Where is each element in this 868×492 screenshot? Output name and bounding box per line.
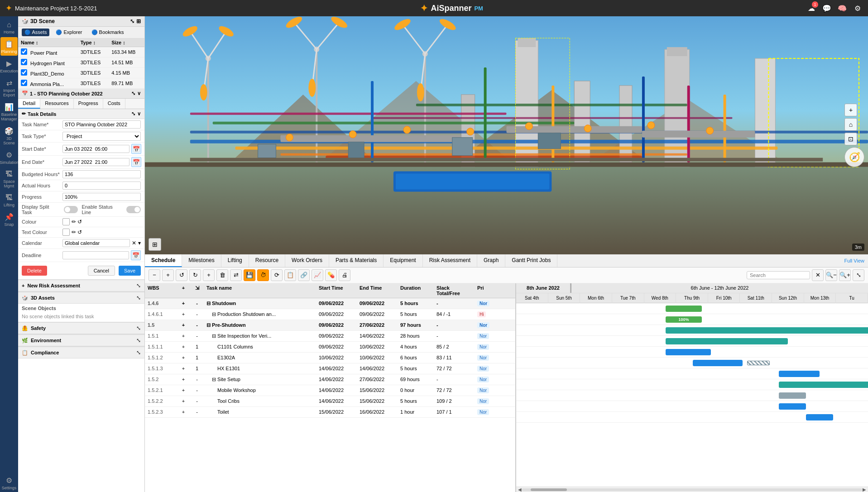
scene-expand-icon[interactable]: ⤡: [130, 18, 134, 24]
task-plus[interactable]: +: [177, 344, 190, 349]
gantt-tab-schedule[interactable]: Schedule: [145, 254, 182, 267]
compliance-header[interactable]: 📋 Compliance ⤡: [18, 347, 144, 358]
gt-pill-btn[interactable]: 💊: [325, 269, 337, 281]
safety-header[interactable]: 🦺 Safety ⤡: [18, 323, 144, 334]
enable-status-toggle[interactable]: [126, 206, 141, 213]
actual-hours-input[interactable]: [62, 182, 141, 190]
task-row[interactable]: 1.5 + - ⊟ Pre-Shutdown 09/06/2022 27/06/…: [145, 320, 515, 331]
gantt-tab-lifting[interactable]: Lifting: [221, 254, 249, 267]
task-type-select[interactable]: Project: [62, 132, 141, 141]
save-button[interactable]: Save: [119, 266, 141, 276]
task-row[interactable]: 1.5.2.2 + - Tool Cribs 14/06/2022 15/06/…: [145, 396, 515, 407]
budgeted-hours-input[interactable]: [62, 170, 141, 178]
gt-undo-btn[interactable]: ↺: [176, 269, 187, 281]
details-collapse-icon[interactable]: ∨: [137, 111, 141, 117]
sidebar-item-settings[interactable]: ⚙ Settings: [0, 473, 18, 492]
end-date-input[interactable]: [62, 158, 129, 166]
scrollbar-thumb[interactable]: [531, 488, 567, 491]
gt-zoom-out-btn[interactable]: 🔍−: [825, 269, 837, 281]
zoom-in-btn[interactable]: +: [844, 104, 857, 116]
gt-clear-search-btn[interactable]: ✕: [812, 269, 824, 281]
gt-redo-btn[interactable]: ↻: [189, 269, 201, 281]
start-date-input[interactable]: [62, 145, 129, 153]
task-tab-progress[interactable]: Progress: [74, 99, 103, 109]
scene-tab-bookmarks[interactable]: 🔵 Bookmarks: [89, 29, 127, 36]
scene-table-row[interactable]: Power Plant 3DTILES 163.34 MB: [18, 47, 144, 57]
sidebar-item-home[interactable]: ⌂ Home: [0, 18, 18, 36]
colour-swatch[interactable]: [62, 218, 70, 225]
calendar-input[interactable]: [62, 239, 130, 247]
colour-reset-icon[interactable]: ↺: [77, 219, 82, 225]
gantt-tab-graph[interactable]: Graph: [477, 254, 505, 267]
scene-row-checkbox[interactable]: [21, 69, 27, 76]
task-row[interactable]: 1.5.1 + - ⊟ Site Inspection for Veri... …: [145, 331, 515, 342]
gt-chain-btn[interactable]: 🔗: [298, 269, 310, 281]
task-row[interactable]: 1.5.1.3 + 1 HX E1301 14/06/2022 14/06/20…: [145, 363, 515, 374]
chat-icon[interactable]: 💬: [822, 3, 832, 13]
task-row[interactable]: 1.4.6.1 + - ⊟ Production Shutdown an... …: [145, 309, 515, 320]
deadline-input[interactable]: [62, 251, 129, 259]
scene-table-row[interactable]: Ammonia Pla... 3DTILES 89.71 MB: [18, 78, 144, 89]
task-row[interactable]: 1.5.1.1 + 1 C1101 Columns 09/06/2022 10/…: [145, 342, 515, 353]
gt-chart-btn[interactable]: 📈: [312, 269, 323, 281]
task-plus[interactable]: +: [177, 355, 190, 360]
calendar-clear-icon[interactable]: ✕: [132, 240, 136, 246]
delete-button[interactable]: Delete: [22, 266, 47, 276]
gt-add-task-btn[interactable]: +: [203, 269, 215, 281]
scrollbar-track[interactable]: [522, 488, 863, 491]
gt-indent-btn[interactable]: ⇄: [230, 269, 242, 281]
cancel-button[interactable]: Cancel: [88, 266, 115, 276]
task-maximize-icon[interactable]: ∨: [137, 91, 141, 96]
gt-plus-btn[interactable]: +: [162, 269, 174, 281]
task-tab-costs[interactable]: Costs: [103, 99, 125, 109]
scene-table-row[interactable]: Plant3D_Demo 3DTILES 4.15 MB: [18, 68, 144, 78]
calendar-dropdown-icon[interactable]: ▾: [138, 240, 141, 246]
gt-save-btn[interactable]: 💾: [244, 269, 255, 281]
task-row[interactable]: 1.5.2.1 + - Mobile Workshop 14/06/2022 1…: [145, 385, 515, 396]
gt-zoom-in-btn[interactable]: 🔍+: [839, 269, 851, 281]
sidebar-item-lifting[interactable]: 🏗 Lifting: [0, 191, 18, 209]
gantt-tab-parts[interactable]: Parts & Materials: [329, 254, 384, 267]
scene-row-checkbox[interactable]: [21, 48, 27, 55]
sidebar-item-snap[interactable]: 📌 Snap: [0, 210, 18, 229]
sidebar-item-space-mgmt[interactable]: 🏗 Space Mgmt: [0, 167, 18, 190]
end-date-calendar-icon[interactable]: 📅: [131, 157, 141, 167]
scene-tab-assets[interactable]: 🔵 Assets: [22, 29, 49, 36]
progress-input[interactable]: [62, 193, 141, 201]
colour-edit-icon[interactable]: ✏: [72, 219, 76, 225]
brain-icon[interactable]: 🧠: [837, 3, 847, 13]
task-row[interactable]: 1.4.6 + - ⊟ Shutdown 09/06/2022 09/06/20…: [145, 298, 515, 309]
scroll-right-btn[interactable]: ▶: [863, 487, 866, 492]
task-plus[interactable]: +: [177, 409, 190, 415]
deadline-calendar-icon[interactable]: 📅: [131, 250, 141, 260]
task-plus[interactable]: +: [177, 301, 190, 306]
details-expand-icon[interactable]: ⤡: [131, 111, 135, 117]
gantt-tab-risk[interactable]: Risk Assessment: [423, 254, 477, 267]
sidebar-item-3dscene[interactable]: 🎲 3D Scene: [0, 124, 18, 147]
task-plus[interactable]: +: [177, 311, 190, 317]
task-plus[interactable]: +: [177, 366, 190, 371]
task-tab-resources[interactable]: Resources: [40, 99, 74, 109]
task-plus[interactable]: +: [177, 333, 190, 339]
task-plus[interactable]: +: [177, 398, 190, 404]
task-expand-icon[interactable]: ⤡: [131, 91, 135, 96]
gantt-tab-milestones[interactable]: Milestones: [182, 254, 221, 267]
3d-viewport[interactable]: ⌂ ✏ 🚶 ◻ ↖ 📐 ⛑ 👁 ⊞ 🖥 ✂ ⬜ 〜 ↻ 🔍: [145, 16, 868, 254]
sidebar-item-baseline[interactable]: 📊 Baseline Manager: [0, 100, 18, 123]
zoom-to-fit-btn[interactable]: ⊡: [844, 133, 857, 145]
task-row[interactable]: 1.5.2 + - ⊟ Site Setup 14/06/2022 27/06/…: [145, 374, 515, 385]
scene-row-checkbox[interactable]: [21, 59, 27, 65]
scene-table-row[interactable]: Hydrogen Plant 3DTILES 14.51 MB: [18, 57, 144, 68]
text-colour-edit-icon[interactable]: ✏: [72, 229, 76, 235]
task-plus[interactable]: +: [177, 377, 190, 382]
gt-link-btn[interactable]: 📋: [284, 269, 296, 281]
gantt-tab-print[interactable]: Gantt Print Jobs: [505, 254, 557, 267]
task-plus[interactable]: +: [177, 387, 190, 393]
sidebar-item-simulation[interactable]: ⚙ Simulation: [0, 148, 18, 167]
gantt-search-input[interactable]: [747, 271, 810, 279]
gantt-tab-equipment[interactable]: Equipment: [384, 254, 422, 267]
text-colour-reset-icon[interactable]: ↺: [77, 229, 82, 235]
settings-icon-top[interactable]: ⚙: [853, 3, 863, 13]
scene-row-checkbox[interactable]: [21, 80, 27, 86]
environment-header[interactable]: 🌿 Environment ⤡: [18, 335, 144, 346]
